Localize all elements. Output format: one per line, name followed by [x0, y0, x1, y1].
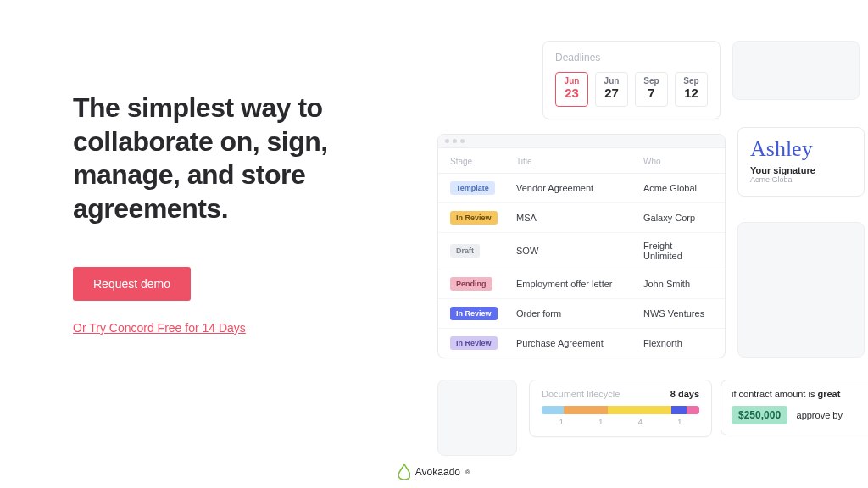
stage-tag: Template: [450, 181, 495, 195]
signature-label: Your signature: [750, 165, 852, 175]
lifecycle-days: 8 days: [670, 389, 699, 399]
stage-tag: In Review: [450, 211, 498, 225]
stage-tag: In Review: [450, 336, 498, 350]
doc-title: SOW: [516, 246, 643, 256]
placeholder-card: [732, 41, 860, 100]
lifecycle-bar: [542, 406, 699, 414]
signature-company: Acme Global: [750, 175, 852, 184]
lifecycle-stage-count: 1: [677, 418, 682, 426]
col-title: Title: [516, 157, 643, 166]
table-row[interactable]: DraftSOWFreight Unlimited: [438, 233, 725, 269]
doc-title: Purchase Agreement: [516, 338, 643, 348]
deadline-date[interactable]: Jun23: [555, 72, 588, 107]
table-row[interactable]: In ReviewPurchase AgreementFlexnorth: [438, 329, 725, 358]
table-row[interactable]: PendingEmployment offer letterJohn Smith: [438, 269, 725, 299]
stage-tag: Pending: [450, 277, 492, 291]
doc-title: Order form: [516, 308, 643, 319]
avokaado-icon: [398, 464, 410, 480]
doc-title: MSA: [516, 213, 643, 223]
trial-link[interactable]: Or Try Concord Free for 14 Days: [73, 321, 246, 335]
doc-who: John Smith: [643, 279, 713, 289]
lifecycle-title: Document lifecycle: [542, 389, 620, 399]
doc-who: Freight Unlimited: [643, 241, 713, 261]
table-header: Stage Title Who: [438, 148, 725, 174]
table-row[interactable]: TemplateVendor AgreementAcme Global: [438, 174, 725, 203]
footer-logo: Avokaado®: [0, 456, 868, 488]
table-row[interactable]: In ReviewMSAGalaxy Corp: [438, 203, 725, 233]
hero-collage: Deadlines Jun23Jun27Sep7Sep12 Stage Titl…: [415, 32, 868, 447]
doc-title: Vendor Agreement: [516, 183, 643, 193]
lifecycle-stage-count: 1: [559, 418, 564, 426]
stage-tag: Draft: [450, 244, 480, 258]
doc-who: Acme Global: [643, 183, 713, 193]
headline: The simplest way to collaborate on, sign…: [73, 92, 378, 226]
doc-who: NWS Ventures: [643, 308, 713, 319]
doc-title: Employment offer letter: [516, 279, 643, 289]
deadlines-title: Deadlines: [555, 52, 708, 64]
doc-who: Galaxy Corp: [643, 213, 713, 223]
lifecycle-stage-count: 4: [638, 418, 643, 426]
documents-window: Stage Title Who TemplateVendor Agreement…: [437, 134, 726, 358]
request-demo-button[interactable]: Request demo: [73, 267, 191, 301]
signature-card: Ashley Your signature Acme Global: [737, 127, 865, 197]
stage-tag: In Review: [450, 307, 498, 320]
rule-amount: $250,000: [732, 406, 787, 424]
rule-condition: if contract amount is great: [732, 389, 864, 399]
col-stage: Stage: [450, 157, 516, 166]
table-row[interactable]: In ReviewOrder formNWS Ventures: [438, 299, 725, 329]
lifecycle-card: Document lifecycle 8 days 1141: [529, 380, 712, 437]
rule-card: if contract amount is great $250,000 app…: [721, 380, 868, 435]
doc-who: Flexnorth: [643, 338, 713, 348]
deadline-date[interactable]: Sep7: [635, 72, 668, 107]
rule-approve-text: approve by: [797, 410, 843, 420]
deadline-date[interactable]: Jun27: [595, 72, 628, 107]
col-who: Who: [643, 157, 713, 166]
window-titlebar: [438, 135, 725, 148]
deadlines-card: Deadlines Jun23Jun27Sep7Sep12: [542, 41, 721, 119]
signature-script: Ashley: [750, 138, 852, 160]
placeholder-card: [437, 380, 517, 456]
lifecycle-stage-count: 1: [598, 418, 603, 426]
placeholder-card: [737, 222, 865, 358]
deadline-date[interactable]: Sep12: [675, 72, 708, 107]
